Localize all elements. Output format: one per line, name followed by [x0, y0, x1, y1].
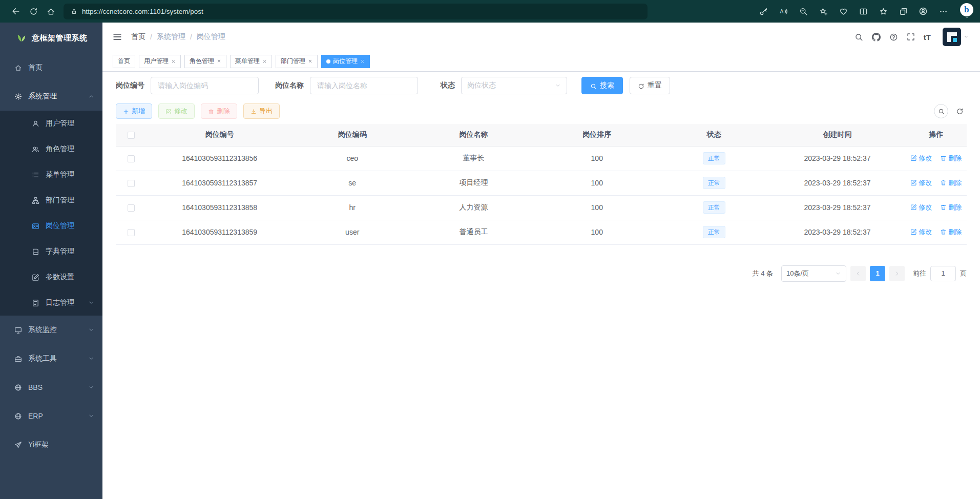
address-bar[interactable]: https://ccnetcore.com:1101/system/post: [64, 4, 648, 19]
goto-page-input[interactable]: [930, 266, 956, 281]
user-icon: [32, 120, 39, 128]
github-button[interactable]: [872, 33, 881, 41]
page-content: 岗位编号 岗位名称 状态 岗位状态 搜索 重置: [102, 72, 980, 499]
tab-dept[interactable]: 部门管理: [276, 55, 318, 68]
row-checkbox[interactable]: [128, 155, 135, 162]
docs-help-button[interactable]: [889, 33, 898, 41]
post-name-input[interactable]: [310, 77, 418, 94]
header-search-button[interactable]: [854, 33, 863, 41]
refresh-icon-slot: [638, 81, 644, 90]
row-delete-link[interactable]: 删除: [940, 154, 962, 163]
tab-close-button[interactable]: [171, 59, 176, 64]
goto-label: 前往: [913, 269, 926, 278]
zoom-button[interactable]: [795, 3, 812, 20]
bing-sidebar-button[interactable]: b: [957, 3, 976, 20]
app-logo[interactable]: 意框架管理系统: [0, 23, 102, 53]
tab-menu[interactable]: 菜单管理: [230, 55, 272, 68]
row-delete-link[interactable]: 删除: [940, 203, 962, 212]
sidebar-item-log[interactable]: 日志管理: [0, 290, 102, 316]
read-aloud-button[interactable]: A: [775, 3, 792, 20]
back-button[interactable]: [7, 3, 25, 20]
sidebar-item-menu[interactable]: 菜单管理: [0, 162, 102, 188]
page-1-button[interactable]: 1: [870, 266, 885, 281]
status-badge: 正常: [703, 152, 725, 164]
edit-button[interactable]: 修改: [158, 103, 195, 119]
refresh-button[interactable]: [25, 3, 42, 20]
search-button[interactable]: 搜索: [581, 77, 623, 94]
key-icon: [759, 7, 768, 16]
toggle-search-button[interactable]: [934, 104, 948, 118]
tab-role[interactable]: 角色管理: [184, 55, 226, 68]
post-code-input[interactable]: [151, 77, 259, 94]
tab-user[interactable]: 用户管理: [139, 55, 181, 68]
browser-profile-button[interactable]: [914, 3, 932, 20]
row-edit-link[interactable]: 修改: [910, 154, 932, 163]
tab-post[interactable]: 岗位管理: [321, 55, 370, 68]
add-button[interactable]: 新增: [116, 103, 152, 119]
sidebar-item-erp[interactable]: ERP: [0, 402, 102, 430]
row-checkbox[interactable]: [128, 204, 135, 212]
sidebar-item-param[interactable]: 参数设置: [0, 264, 102, 290]
sidebar-item-bbs[interactable]: BBS: [0, 373, 102, 402]
refresh-table-button[interactable]: [956, 108, 964, 115]
home-button[interactable]: [42, 3, 59, 20]
sidebar-item-user[interactable]: 用户管理: [0, 111, 102, 136]
tab-home[interactable]: 首页: [113, 55, 135, 68]
row-edit-link[interactable]: 修改: [910, 227, 932, 237]
password-key-button[interactable]: [755, 3, 772, 20]
tab-close-button[interactable]: [308, 59, 312, 64]
select-all-checkbox[interactable]: [128, 132, 135, 139]
column-header-post-code: 岗位编码: [293, 124, 412, 146]
font-size-button[interactable]: tT: [924, 33, 931, 41]
sidebar-item-tools[interactable]: 系统工具: [0, 344, 102, 373]
trash-icon: [208, 109, 214, 115]
row-edit-link[interactable]: 修改: [910, 203, 932, 212]
row-checkbox[interactable]: [128, 180, 135, 187]
row-checkbox[interactable]: [128, 229, 135, 236]
sidebar-item-yiframe[interactable]: Yi框架: [0, 430, 102, 459]
sidebar-item-label: 日志管理: [46, 298, 82, 307]
browser-essentials-button[interactable]: [835, 3, 852, 20]
row-delete-link[interactable]: 删除: [940, 178, 962, 188]
breadcrumb: 首页/系统管理/岗位管理: [131, 32, 225, 41]
tab-close-button[interactable]: [262, 59, 267, 64]
delete-button[interactable]: 删除: [201, 103, 237, 119]
pencil-square-icon: [32, 274, 39, 281]
split-screen-button[interactable]: [854, 3, 872, 20]
sidebar-item-monitor[interactable]: 系统监控: [0, 316, 102, 344]
page-size-select[interactable]: 10条/页: [781, 265, 846, 282]
status-select[interactable]: 岗位状态: [461, 77, 567, 94]
next-page-button[interactable]: [889, 266, 905, 281]
search-icon: [590, 83, 597, 90]
reset-button[interactable]: 重置: [630, 77, 670, 94]
tab-close-button[interactable]: [217, 59, 221, 64]
fullscreen-button[interactable]: [907, 33, 915, 41]
sidebar-toggle-button[interactable]: [113, 32, 122, 41]
add-favorite-button[interactable]: [815, 3, 832, 20]
row-delete-link[interactable]: 删除: [940, 227, 962, 237]
pencil-square-icon: [910, 179, 917, 186]
collections-button[interactable]: [894, 3, 912, 20]
row-edit-link[interactable]: 修改: [910, 178, 932, 188]
sidebar-item-system[interactable]: 系统管理: [0, 82, 102, 111]
more-icon: [939, 7, 948, 16]
prev-page-button[interactable]: [850, 266, 866, 281]
sidebar-item-dict[interactable]: 字典管理: [0, 239, 102, 264]
sidebar-item-role[interactable]: 角色管理: [0, 136, 102, 162]
user-avatar-dropdown[interactable]: [943, 28, 969, 46]
sidebar-item-post[interactable]: 岗位管理: [0, 213, 102, 239]
browser-menu-button[interactable]: [934, 3, 952, 20]
sidebar-item-dept[interactable]: 部门管理: [0, 188, 102, 213]
breadcrumb-item: 岗位管理: [197, 32, 225, 41]
breadcrumb-item[interactable]: 首页: [131, 32, 145, 41]
sidebar-item-label: 岗位管理: [46, 221, 94, 231]
favorites-button[interactable]: [874, 3, 892, 20]
navbar: 首页/系统管理/岗位管理 tT: [102, 23, 980, 51]
person-circle-icon: [919, 7, 928, 16]
status-badge: 正常: [703, 201, 725, 214]
sidebar-item-home[interactable]: 首页: [0, 53, 102, 82]
tab-label: 用户管理: [144, 57, 169, 66]
users-icon: [32, 145, 39, 153]
tab-close-button[interactable]: [360, 59, 365, 64]
export-button[interactable]: 导出: [243, 103, 280, 119]
